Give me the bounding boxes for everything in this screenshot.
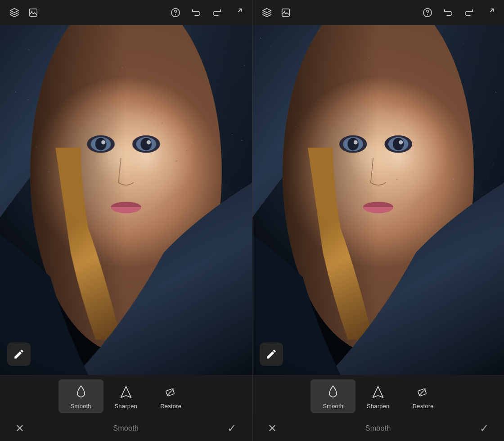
image-icon-left[interactable] xyxy=(26,5,40,20)
right-image-area[interactable] xyxy=(252,25,504,375)
toolbar-right-icons xyxy=(168,5,245,20)
sharpen-label-right: Sharpen xyxy=(367,403,390,410)
action-title-left: Smooth xyxy=(113,424,139,432)
brush-tool-right[interactable] xyxy=(260,342,283,366)
smooth-icon-right xyxy=(327,384,339,400)
sharpen-icon-right xyxy=(372,384,384,400)
layers-icon-left[interactable] xyxy=(7,5,22,20)
action-title-right: Smooth xyxy=(365,424,391,432)
help-icon-right[interactable] xyxy=(420,5,435,20)
main-container: Smooth Sharpen Restore xyxy=(0,0,504,441)
svg-point-3 xyxy=(175,14,176,15)
smooth-icon-left xyxy=(75,384,87,400)
left-panel: Smooth Sharpen Restore xyxy=(0,0,252,441)
image-icon-right[interactable] xyxy=(279,5,293,20)
cancel-button-right[interactable]: ✕ xyxy=(263,419,281,437)
restore-tool-left[interactable]: Restore xyxy=(148,379,194,413)
svg-point-1 xyxy=(31,10,32,12)
restore-label-left: Restore xyxy=(160,403,181,410)
restore-tool-right[interactable]: Restore xyxy=(400,379,446,413)
restore-icon-right xyxy=(417,384,429,400)
cancel-button-left[interactable]: ✕ xyxy=(11,419,29,437)
sharpen-icon-left xyxy=(120,384,132,400)
right-panel: Smooth Sharpen Restore xyxy=(252,0,504,441)
redo-icon-left[interactable] xyxy=(210,5,224,20)
right-portrait-canvas xyxy=(252,25,504,375)
expand-icon-right[interactable] xyxy=(482,5,497,20)
sharpen-tool-left[interactable]: Sharpen xyxy=(104,379,148,413)
sharpen-label-left: Sharpen xyxy=(114,403,137,410)
layers-icon-right[interactable] xyxy=(260,5,274,20)
undo-icon-right[interactable] xyxy=(441,5,455,20)
right-action-bar: ✕ Smooth ✓ xyxy=(252,416,504,441)
toolbar-right-left-icons xyxy=(260,5,293,20)
svg-rect-6 xyxy=(282,9,289,17)
smooth-tool-right[interactable]: Smooth xyxy=(310,379,356,413)
redo-icon-right[interactable] xyxy=(462,5,476,20)
left-portrait-canvas xyxy=(0,25,252,375)
toolbar-left-icons xyxy=(7,5,40,20)
left-image-area[interactable] xyxy=(0,25,252,375)
svg-rect-0 xyxy=(30,9,37,17)
expand-icon-left[interactable] xyxy=(230,5,245,20)
left-toolbar xyxy=(0,0,252,25)
brush-tool-left[interactable] xyxy=(7,342,31,366)
undo-icon-left[interactable] xyxy=(189,5,203,20)
left-action-bar: ✕ Smooth ✓ xyxy=(0,416,252,441)
confirm-button-right[interactable]: ✓ xyxy=(475,419,493,437)
svg-line-4 xyxy=(238,9,241,12)
svg-point-9 xyxy=(427,14,428,15)
smooth-tool-left[interactable]: Smooth xyxy=(58,379,104,413)
help-icon-left[interactable] xyxy=(168,5,183,20)
toolbar-right-right-icons xyxy=(420,5,497,20)
svg-line-10 xyxy=(490,9,493,12)
svg-point-7 xyxy=(284,10,285,12)
restore-label-right: Restore xyxy=(413,403,434,410)
sharpen-tool-right[interactable]: Sharpen xyxy=(356,379,400,413)
right-tool-panel: Smooth Sharpen Restore xyxy=(252,375,504,416)
confirm-button-left[interactable]: ✓ xyxy=(223,419,241,437)
restore-icon-left xyxy=(165,384,177,400)
smooth-label-left: Smooth xyxy=(71,403,91,410)
left-tool-panel: Smooth Sharpen Restore xyxy=(0,375,252,416)
smooth-label-right: Smooth xyxy=(323,403,343,410)
right-toolbar xyxy=(252,0,504,25)
